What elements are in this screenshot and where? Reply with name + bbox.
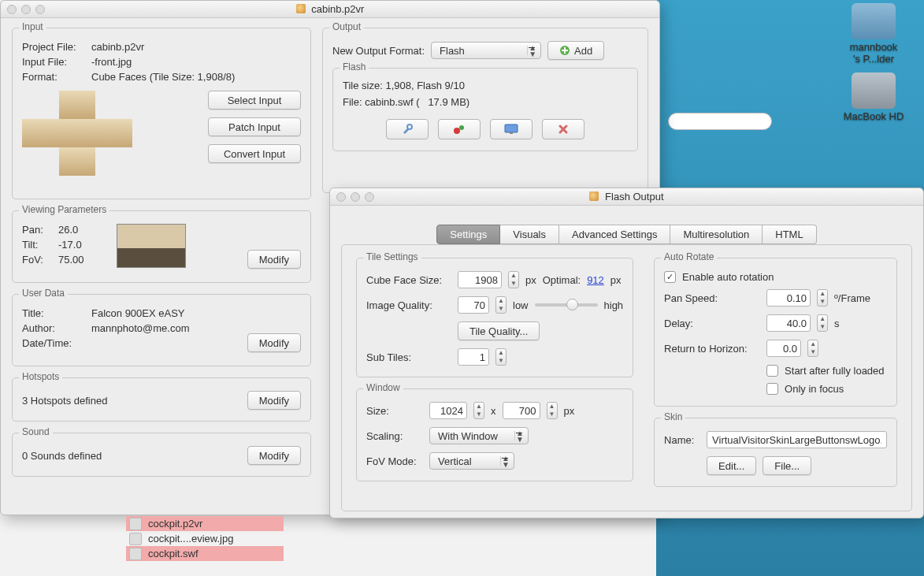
group-label: Auto Rotate	[661, 251, 717, 262]
height-input[interactable]	[503, 402, 540, 419]
svg-point-3	[459, 125, 464, 130]
zoom-icon[interactable]	[35, 5, 45, 14]
quality-label: Image Quality:	[366, 299, 451, 311]
tab-advanced[interactable]: Advanced Settings	[559, 225, 670, 244]
desktop-icon-folder[interactable]: mannbook 's P...lder	[850, 3, 898, 65]
modify-sound-button[interactable]: Modify	[247, 446, 301, 465]
zoom-icon[interactable]	[365, 192, 374, 202]
group-label: Window	[363, 382, 403, 393]
patch-input-button[interactable]: Patch Input	[208, 117, 301, 136]
subtiles-input[interactable]	[458, 348, 489, 366]
enable-autorotate-checkbox[interactable]: ✓	[664, 271, 676, 283]
tabbar: Settings Visuals Advanced Settings Multi…	[330, 217, 923, 244]
tile-settings-group: Tile Settings Cube Face Size: ▲▼ px Opti…	[356, 258, 633, 377]
return-stepper[interactable]: ▲▼	[807, 340, 818, 357]
sound-group: Sound 0 Sounds defined Modify	[12, 433, 311, 477]
fovmode-label: FoV Mode:	[366, 455, 423, 467]
skin-name-input[interactable]	[707, 431, 887, 448]
width-input[interactable]	[429, 402, 467, 419]
desktop-icon-label: MacBook HD	[844, 110, 904, 122]
panspeed-stepper[interactable]: ▲▼	[817, 289, 828, 307]
tab-visuals[interactable]: Visuals	[500, 225, 559, 244]
minimize-icon[interactable]	[21, 5, 31, 14]
titlebar[interactable]: cabinb.p2vr	[1, 1, 659, 18]
convert-input-button[interactable]: Convert Input	[208, 144, 301, 163]
tile-quality-button[interactable]: Tile Quality...	[458, 321, 540, 340]
skin-file-button[interactable]: File...	[763, 456, 811, 475]
file-row[interactable]: cockpit.swf	[126, 546, 284, 561]
wrench-icon	[401, 123, 414, 136]
group-label: Input	[19, 21, 46, 32]
quality-input[interactable]	[458, 296, 489, 314]
skin-edit-button[interactable]: Edit...	[707, 456, 756, 475]
subtiles-label: Sub Tiles:	[366, 351, 451, 363]
tab-multires[interactable]: Multiresolution	[670, 225, 763, 244]
cube-face-label: Cube Face Size:	[366, 274, 451, 286]
desktop-icon-hd[interactable]: MacBook HD	[844, 72, 904, 122]
width-stepper[interactable]: ▲▼	[473, 402, 484, 419]
height-stepper[interactable]: ▲▼	[547, 402, 558, 419]
quality-slider[interactable]	[535, 303, 598, 307]
close-icon[interactable]	[7, 5, 17, 14]
cube-face-input[interactable]	[458, 271, 502, 288]
modify-hotspots-button[interactable]: Modify	[247, 391, 301, 410]
flash-tilesize: Tile size: 1,908, Flash 9/10	[343, 80, 628, 91]
cube-face-stepper[interactable]: ▲▼	[508, 271, 519, 288]
skin-name-label: Name:	[664, 434, 700, 446]
flash-icon	[589, 191, 599, 201]
file-icon	[129, 518, 142, 530]
only-focus-label: Only in focus	[785, 383, 844, 395]
delete-button[interactable]	[542, 119, 584, 139]
plus-icon	[559, 45, 570, 56]
only-focus-checkbox[interactable]	[766, 383, 778, 395]
optimal-link[interactable]: 912	[587, 274, 604, 286]
delay-input[interactable]	[766, 314, 811, 332]
flash-file: File: cabinb.swf ( 17.9 MB)	[343, 96, 628, 108]
modify-viewing-button[interactable]: Modify	[247, 250, 301, 269]
viewing-preview	[117, 224, 186, 268]
group-label: Skin	[661, 411, 685, 422]
search-input[interactable]	[668, 113, 772, 130]
select-input-button[interactable]: Select Input	[208, 91, 301, 110]
minimize-icon[interactable]	[351, 192, 360, 202]
gears-button[interactable]	[438, 119, 481, 139]
document-icon	[296, 4, 306, 13]
skin-group: Skin Name: Edit... File...	[654, 418, 897, 487]
autorotate-group: Auto Rotate ✓ Enable auto rotation Pan S…	[654, 258, 897, 407]
close-icon[interactable]	[336, 192, 346, 202]
panspeed-label: Pan Speed:	[664, 292, 760, 304]
return-input[interactable]	[766, 340, 801, 357]
output-group: Output New Output Format: Flash ▲▼ Add F…	[322, 28, 648, 193]
modify-userdata-button[interactable]: Modify	[247, 333, 301, 352]
titlebar[interactable]: Flash Output	[330, 188, 923, 206]
svg-rect-5	[510, 132, 513, 134]
subtiles-stepper[interactable]: ▲▼	[495, 348, 507, 366]
delay-label: Delay:	[664, 318, 760, 329]
cube-preview	[22, 91, 132, 176]
enable-autorotate-label: Enable auto rotation	[682, 271, 774, 283]
flash-output-window: Flash Output Settings Visuals Advanced S…	[329, 188, 924, 518]
display-button[interactable]	[490, 119, 533, 139]
file-icon	[129, 548, 142, 560]
format-select[interactable]: Flash ▲▼	[431, 42, 541, 59]
desktop-icon-label: 's P...lder	[850, 53, 898, 65]
scaling-select[interactable]: With Window▲▼	[429, 427, 529, 444]
tool-button[interactable]	[386, 119, 429, 139]
desktop-icons: mannbook 's P...lder MacBook HD	[823, 0, 924, 122]
file-row[interactable]: cockpit.p2vr	[126, 516, 284, 531]
panspeed-input[interactable]	[766, 289, 811, 307]
file-row[interactable]: cockpit....eview.jpg	[126, 531, 284, 546]
file-list: cockpit.p2vr cockpit....eview.jpg cockpi…	[126, 516, 284, 561]
new-format-label: New Output Format:	[332, 45, 425, 57]
delay-stepper[interactable]: ▲▼	[817, 314, 828, 332]
quality-stepper[interactable]: ▲▼	[495, 296, 507, 314]
add-button[interactable]: Add	[547, 41, 604, 60]
hotspots-text: 3 Hotspots defined	[22, 395, 107, 407]
tab-html[interactable]: HTML	[763, 225, 816, 244]
fovmode-select[interactable]: Vertical▲▼	[429, 452, 514, 470]
window-title: cabinb.p2vr	[1, 3, 659, 15]
start-after-checkbox[interactable]	[766, 365, 778, 377]
group-label: Sound	[19, 426, 53, 437]
x-icon	[558, 124, 569, 135]
tab-settings[interactable]: Settings	[436, 225, 500, 244]
